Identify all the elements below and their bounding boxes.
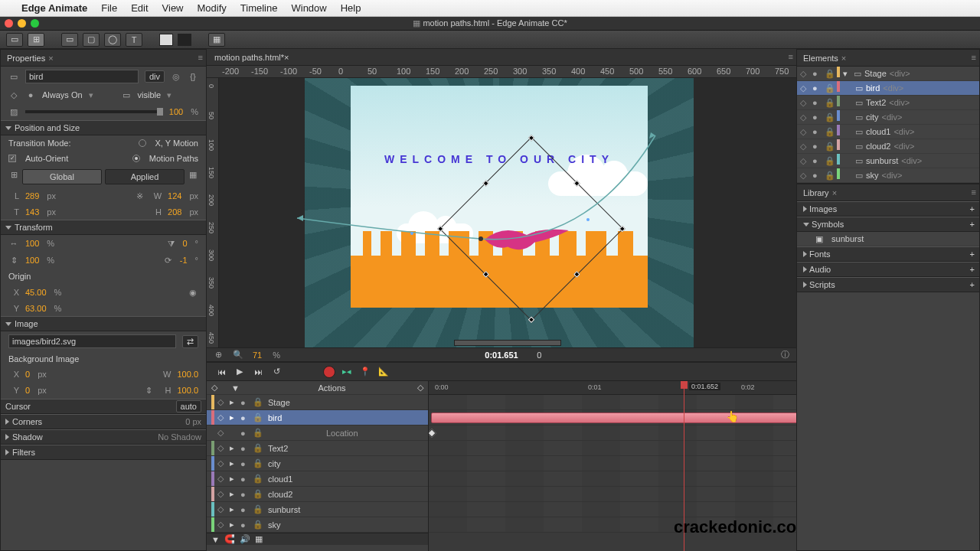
symbol-item[interactable]: ▣ sunburst	[797, 232, 979, 246]
element-row-cloud2[interactable]: ◇●🔒▭cloud2 <div>	[797, 139, 979, 154]
skew-x[interactable]: 0	[182, 239, 187, 248]
pin-icon[interactable]: 📍	[358, 366, 372, 378]
goto-start-icon[interactable]: ⏮	[214, 366, 228, 378]
tl-sound-icon[interactable]: 🔊	[240, 534, 250, 544]
timeline-row-cloud1[interactable]: ◇▸●🔒cloud1	[207, 471, 428, 487]
filter-icon[interactable]: ▼	[231, 383, 247, 393]
link-bg-icon[interactable]: ⇕	[143, 385, 154, 396]
shadow-header[interactable]: ShadowNo Shadow	[1, 429, 206, 445]
timeline-row-Stage[interactable]: ◇▸●🔒Stage	[207, 395, 428, 410]
app-name[interactable]: Edge Animate	[21, 2, 87, 14]
stage[interactable]: WELCOME TO OUR CITY	[351, 86, 648, 308]
lib-audio-header[interactable]: Audio+	[797, 262, 979, 277]
link-coord-icon[interactable]: ▦	[188, 169, 198, 180]
transform-tool-icon[interactable]: ⊞	[28, 33, 44, 47]
applied-button[interactable]: Applied	[105, 169, 185, 184]
menu-modify[interactable]: Modify	[198, 2, 227, 14]
cursor-auto-button[interactable]: auto	[176, 400, 201, 412]
tl-grid-icon[interactable]: ▦	[255, 534, 263, 544]
pos-t[interactable]: 143	[25, 207, 39, 217]
timeline-row-sunburst[interactable]: ◇▸●🔒sunburst	[207, 502, 428, 517]
pos-w[interactable]: 124	[168, 191, 181, 201]
menu-view[interactable]: View	[162, 2, 184, 14]
presence-value[interactable]: Always On	[42, 90, 83, 99]
cursor-header[interactable]: Cursorauto	[1, 399, 206, 414]
eye-icon[interactable]: ●	[25, 90, 36, 100]
actions-icon[interactable]: {}	[188, 71, 198, 82]
scale-link-icon[interactable]: ⇕	[8, 255, 19, 266]
link-wh-icon[interactable]: ※	[134, 191, 145, 201]
add-font-icon[interactable]: +	[970, 249, 975, 259]
origin-x[interactable]: 45.00	[25, 288, 47, 297]
play-icon[interactable]: ▶	[233, 366, 247, 378]
panel-options-icon[interactable]: ≡	[198, 53, 203, 62]
text-tool-icon[interactable]: T	[126, 33, 142, 47]
scale-y[interactable]: 100	[25, 256, 39, 265]
bg-h[interactable]: 100.0	[177, 386, 198, 395]
zoom-icon[interactable]	[31, 19, 39, 28]
easing-icon[interactable]: 📐	[377, 366, 390, 378]
opacity-value[interactable]: 100	[169, 107, 183, 116]
auto-transition-icon[interactable]: ▸◂	[340, 366, 354, 378]
goto-end-icon[interactable]: ⏭	[251, 366, 265, 378]
add-symbol-icon[interactable]: +	[970, 220, 975, 229]
stroke-swatch[interactable]	[178, 34, 191, 46]
coord-icon[interactable]: ⊞	[8, 169, 19, 180]
auto-orient-check[interactable]	[8, 155, 16, 162]
element-row-Text2[interactable]: ◇●🔒▭Text2 <div>	[797, 96, 979, 110]
timeline-row-sky[interactable]: ◇▸●🔒sky	[207, 517, 428, 533]
scale-x[interactable]: 100	[25, 239, 39, 248]
add-action-icon[interactable]: ◇	[417, 383, 423, 393]
origin-widget-icon[interactable]: ◉	[188, 287, 198, 298]
pos-h[interactable]: 208	[168, 207, 181, 217]
centerstage-icon[interactable]: ⊕	[213, 350, 224, 360]
fill-swatch[interactable]	[159, 34, 173, 46]
info-icon[interactable]: ⓘ	[779, 350, 790, 360]
lib-images-header[interactable]: Images+	[797, 201, 979, 217]
menu-edit[interactable]: Edit	[131, 2, 148, 14]
xy-motion-radio[interactable]	[139, 139, 146, 147]
zoom-value[interactable]: 71	[253, 350, 262, 360]
visibility-value[interactable]: visible	[138, 90, 162, 99]
lib-symbols-header[interactable]: Symbols+	[797, 217, 979, 232]
close-panel-icon[interactable]: ×	[48, 54, 53, 63]
timeline-row-cloud2[interactable]: ◇▸●🔒cloud2	[207, 487, 428, 502]
tl-filter-icon[interactable]: ▼	[211, 535, 220, 544]
element-row-city[interactable]: ◇●🔒▭city <div>	[797, 110, 979, 125]
corners-header[interactable]: Corners0 px	[1, 414, 206, 429]
close-library-icon[interactable]: ×	[832, 188, 837, 197]
document-tab[interactable]: motion paths.html* × ≡	[207, 49, 796, 66]
position-size-header[interactable]: Position and Size	[1, 120, 206, 135]
elements-options-icon[interactable]: ≡	[972, 53, 976, 62]
close-icon[interactable]	[5, 19, 13, 28]
element-name-input[interactable]	[25, 70, 139, 83]
bg-y[interactable]: 0	[25, 386, 30, 395]
timeline-tracks[interactable]: 0:000:010:020:03 0:01.652 👆 crackedonic.…	[429, 381, 796, 551]
tl-snap-icon[interactable]: 🧲	[224, 534, 235, 544]
image-src-input[interactable]	[8, 334, 176, 348]
ellipse-tool-icon[interactable]: ◯	[104, 33, 121, 47]
target-icon[interactable]: ◎	[171, 71, 181, 82]
add-image-icon[interactable]: +	[970, 204, 975, 214]
bg-w[interactable]: 100.0	[177, 370, 198, 379]
add-script-icon[interactable]: +	[970, 280, 975, 289]
tag-chip[interactable]: div	[145, 70, 165, 83]
timeline-row-bird[interactable]: ◇▸●🔒bird	[207, 410, 428, 425]
menu-window[interactable]: Window	[291, 2, 326, 14]
add-audio-icon[interactable]: +	[970, 265, 975, 274]
filters-header[interactable]: Filters	[1, 445, 206, 460]
origin-y[interactable]: 63.00	[25, 304, 47, 313]
close-elements-icon[interactable]: ×	[841, 54, 846, 63]
lib-scripts-header[interactable]: Scripts+	[797, 277, 979, 292]
stage-canvas[interactable]: WELCOME TO OUR CITY	[219, 78, 796, 347]
selection-tool-icon[interactable]: ▭	[6, 33, 23, 47]
element-row-bird[interactable]: ◇●🔒▭bird <div>	[797, 81, 979, 96]
menu-help[interactable]: Help	[341, 2, 361, 14]
transform-header[interactable]: Transform	[1, 220, 206, 235]
toggle-all-icon[interactable]: ◇	[211, 383, 227, 393]
minimize-icon[interactable]	[18, 19, 26, 28]
library-options-icon[interactable]: ≡	[972, 187, 976, 197]
global-button[interactable]: Global	[22, 169, 102, 184]
swap-image-icon[interactable]: ⇄	[182, 335, 198, 348]
element-row-Stage[interactable]: ◇●🔒▾▭Stage <div>	[797, 67, 979, 81]
